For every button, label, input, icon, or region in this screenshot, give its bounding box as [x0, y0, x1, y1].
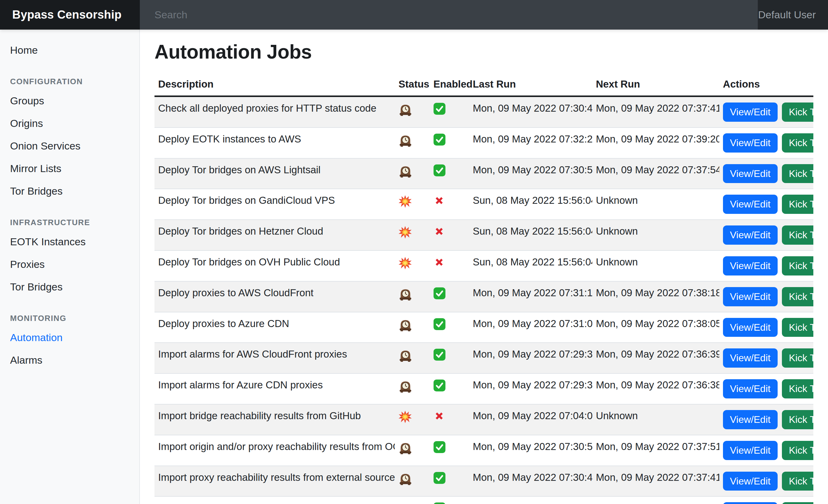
job-status-cell — [395, 220, 429, 250]
view-edit-button[interactable]: View/Edit — [723, 133, 778, 152]
job-description: Deploy EOTK instances to AWS — [155, 128, 395, 158]
job-last-run: Mon, 09 May 2022 07:32:20 — [469, 128, 592, 158]
kick-timer-button[interactable]: Kick Timer — [782, 410, 813, 429]
job-description: Deploy Tor bridges on OVH Public Cloud — [155, 250, 395, 281]
job-description: Import alarms for AWS CloudFront proxies — [155, 342, 395, 373]
check-mark-button-icon — [433, 102, 446, 115]
collision-icon — [399, 256, 412, 270]
job-actions-cell: View/EditKick Timer — [719, 312, 813, 343]
sidebar-item-home[interactable]: Home — [0, 39, 139, 61]
job-description: Check all deployed proxies for HTTP stat… — [155, 96, 395, 128]
jobs-table-header: DescriptionStatusEnabledLast RunNext Run… — [155, 75, 813, 96]
job-row: Deploy proxies to Azure CDNMon, 09 May 2… — [155, 312, 813, 343]
job-description: Update mirror lists in AWS S3 buckets — [155, 496, 395, 504]
mantel-clock-icon — [399, 164, 412, 178]
view-edit-button[interactable]: View/Edit — [723, 472, 778, 491]
job-row: Deploy Tor bridges on GandiCloud VPSSun,… — [155, 189, 813, 220]
sidebar-item-eotk-instances[interactable]: EOTK Instances — [0, 230, 139, 253]
job-row: Import bridge reachability results from … — [155, 404, 813, 435]
kick-timer-button[interactable]: Kick Timer — [782, 102, 813, 122]
sidebar-item-origins[interactable]: Origins — [0, 112, 139, 135]
job-next-run: Unknown — [592, 250, 719, 281]
job-actions-cell: View/EditKick Timer — [719, 128, 813, 158]
job-next-run: Mon, 09 May 2022 07:37:51 — [592, 435, 719, 466]
view-edit-button[interactable]: View/Edit — [723, 441, 778, 460]
kick-timer-button[interactable]: Kick Timer — [782, 133, 813, 152]
sidebar-item-alarms[interactable]: Alarms — [0, 349, 139, 371]
job-enabled-cell — [429, 281, 469, 312]
kick-timer-button[interactable]: Kick Timer — [782, 164, 813, 183]
job-status-cell — [395, 158, 429, 189]
kick-timer-button[interactable]: Kick Timer — [782, 349, 813, 368]
view-edit-button[interactable]: View/Edit — [723, 318, 778, 337]
kick-timer-button[interactable]: Kick Timer — [782, 225, 813, 245]
job-enabled-cell — [429, 128, 469, 158]
job-last-run: Sun, 08 May 2022 15:56:04 — [469, 250, 592, 281]
job-description: Import origin and/or proxy reachability … — [155, 435, 395, 466]
view-edit-button[interactable]: View/Edit — [723, 102, 778, 122]
job-actions-cell: View/EditKick Timer — [719, 189, 813, 220]
job-enabled-cell — [429, 96, 469, 128]
job-row: Import proxy reachability results from e… — [155, 466, 813, 497]
kick-timer-button[interactable]: Kick Timer — [782, 195, 813, 214]
view-edit-button[interactable]: View/Edit — [723, 225, 778, 245]
job-actions-cell: View/EditKick Timer — [719, 435, 813, 466]
job-next-run: Mon, 09 May 2022 07:36:39 — [592, 342, 719, 373]
kick-timer-button[interactable]: Kick Timer — [782, 472, 813, 491]
sidebar-item-proxies[interactable]: Proxies — [0, 253, 139, 275]
job-actions-cell: View/EditKick Timer — [719, 250, 813, 281]
kick-timer-button[interactable]: Kick Timer — [782, 379, 813, 399]
check-mark-button-icon — [433, 318, 446, 330]
job-status-cell — [395, 250, 429, 281]
job-last-run: Mon, 09 May 2022 07:30:41 — [469, 96, 592, 128]
job-description: Deploy Tor bridges on GandiCloud VPS — [155, 189, 395, 220]
view-edit-button[interactable]: View/Edit — [723, 349, 778, 368]
mantel-clock-icon — [399, 379, 412, 393]
view-edit-button[interactable]: View/Edit — [723, 287, 778, 306]
kick-timer-button[interactable]: Kick Timer — [782, 441, 813, 460]
search-input[interactable] — [154, 8, 697, 21]
column-header-last-run: Last Run — [469, 75, 592, 96]
job-row: Import origin and/or proxy reachability … — [155, 435, 813, 466]
view-edit-button[interactable]: View/Edit — [723, 195, 778, 214]
job-next-run: Unknown — [592, 220, 719, 250]
job-next-run: Mon, 09 May 2022 07:38:05 — [592, 312, 719, 343]
job-row: Update mirror lists in AWS S3 bucketsMon… — [155, 496, 813, 504]
column-header-next-run: Next Run — [592, 75, 719, 96]
sidebar-item-groups[interactable]: Groups — [0, 89, 139, 112]
job-next-run: Mon, 09 May 2022 07:37:54 — [592, 158, 719, 189]
kick-timer-button[interactable]: Kick Timer — [782, 318, 813, 337]
sidebar-section-configuration: CONFIGURATION — [0, 74, 139, 89]
sidebar-item-onion-services[interactable]: Onion Services — [0, 135, 139, 157]
job-status-cell — [395, 404, 429, 435]
sidebar-item-mirror-lists[interactable]: Mirror Lists — [0, 157, 139, 180]
job-enabled-cell — [429, 496, 469, 504]
cross-mark-icon — [433, 256, 445, 268]
job-status-cell — [395, 435, 429, 466]
user-menu[interactable]: Default User — [758, 0, 828, 30]
check-mark-button-icon — [433, 349, 446, 361]
sidebar-item-tor-bridges[interactable]: Tor Bridges — [0, 180, 139, 202]
job-actions-cell: View/EditKick Timer — [719, 220, 813, 250]
view-edit-button[interactable]: View/Edit — [723, 379, 778, 399]
job-row: Deploy Tor bridges on AWS LightsailMon, … — [155, 158, 813, 189]
view-edit-button[interactable]: View/Edit — [723, 410, 778, 429]
check-mark-button-icon — [433, 472, 446, 484]
job-last-run: Mon, 09 May 2022 07:31:05 — [469, 312, 592, 343]
job-last-run: Mon, 09 May 2022 07:30:51 — [469, 435, 592, 466]
kick-timer-button[interactable]: Kick Timer — [782, 287, 813, 306]
sidebar-item-automation[interactable]: Automation — [0, 326, 139, 349]
app-brand[interactable]: Bypass Censorship — [0, 0, 140, 30]
job-enabled-cell — [429, 466, 469, 497]
job-description: Deploy proxies to AWS CloudFront — [155, 281, 395, 312]
kick-timer-button[interactable]: Kick Timer — [782, 256, 813, 275]
sidebar-item-tor-bridges[interactable]: Tor Bridges — [0, 275, 139, 298]
job-actions-cell: View/EditKick Timer — [719, 373, 813, 404]
view-edit-button[interactable]: View/Edit — [723, 256, 778, 275]
view-edit-button[interactable]: View/Edit — [723, 164, 778, 183]
job-last-run: Mon, 09 May 2022 07:29:38 — [469, 373, 592, 404]
view-edit-button[interactable]: View/Edit — [723, 502, 778, 504]
check-mark-button-icon — [433, 287, 446, 300]
job-description: Import proxy reachability results from e… — [155, 466, 395, 497]
kick-timer-button[interactable]: Kick Timer — [782, 502, 813, 504]
